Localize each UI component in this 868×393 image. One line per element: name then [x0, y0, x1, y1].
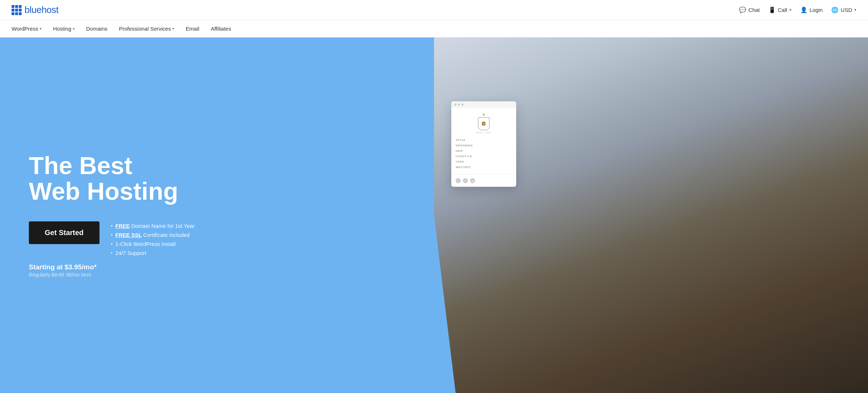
nav-item-affiliates[interactable]: Affiliates: [211, 21, 231, 36]
nav-label-wordpress: WordPress: [12, 26, 38, 32]
pricing-term: 36/mo term: [64, 272, 91, 278]
get-started-button[interactable]: Get Started: [29, 221, 99, 244]
login-label: Login: [810, 7, 823, 13]
nav-item-professional-services[interactable]: Professional Services ▾: [119, 21, 174, 36]
mockup-social-facebook: f: [456, 178, 461, 183]
pricing-info: Starting at $3.95/mo* Regularly $8.99 36…: [29, 263, 405, 278]
nav-item-email[interactable]: Email: [186, 21, 199, 36]
estd-label: ESTD: [477, 132, 483, 134]
bullet-icon: •: [111, 233, 112, 238]
mockup-nav-cars: CARS: [456, 160, 512, 164]
hero-section: The Best Web Hosting Get Started • FREE …: [0, 37, 868, 393]
mockup-dot-3: [461, 103, 464, 106]
login-button[interactable]: 👤 Login: [800, 6, 823, 13]
pricing-regular: Regularly $8.99 36/mo term: [29, 272, 405, 278]
nav-label-email: Email: [186, 26, 199, 32]
logo-grid-icon: [12, 5, 22, 15]
nav-item-domains[interactable]: Domains: [86, 21, 107, 36]
mockup-nav-watches: WATCHES: [456, 165, 512, 169]
free-domain-link[interactable]: FREE: [115, 223, 130, 229]
chat-icon: 💬: [739, 6, 746, 13]
features-list: • FREE Domain Name for 1st Year • FREE S…: [111, 221, 195, 256]
logo-text: bluehost: [25, 4, 58, 16]
mockup-logo: ♛ 🦁 ESTD 2590: [456, 113, 512, 134]
hero-scene-layer: [434, 37, 868, 393]
crown-icon: ♛: [482, 113, 485, 116]
feature-domain-text: FREE Domain Name for 1st Year: [115, 223, 195, 229]
hosting-chevron-icon: ▾: [73, 27, 75, 31]
feature-support: • 24/7 Support: [111, 250, 195, 256]
bullet-icon: •: [111, 242, 112, 247]
hero-headline-line2: Web Hosting: [29, 177, 178, 205]
call-chevron-icon: ▾: [789, 8, 792, 12]
nav-item-hosting[interactable]: Hosting ▾: [53, 21, 75, 36]
chat-label: Chat: [748, 7, 760, 13]
mockup-nav-style: STYLE: [456, 138, 512, 142]
wordpress-chevron-icon: ▾: [40, 27, 41, 31]
feature-wordpress-text: 1-Click WordPress Install: [115, 241, 176, 247]
mockup-card: ♛ 🦁 ESTD 2590 STYLE GROOMING HAIR LI: [451, 101, 516, 187]
currency-chevron-icon: ▾: [854, 8, 856, 12]
mockup-nav-grooming: GROOMING: [456, 143, 512, 147]
top-bar: bluehost 💬 Chat 📱 Call ▾ 👤 Login 🌐 USD ▾: [0, 0, 868, 20]
pricing-strikethrough: $8.99: [52, 272, 64, 278]
phone-icon: 📱: [769, 6, 776, 13]
top-actions: 💬 Chat 📱 Call ▾ 👤 Login 🌐 USD ▾: [739, 6, 856, 13]
mockup-tagline: ESTD 2590: [477, 132, 491, 134]
feature-domain: • FREE Domain Name for 1st Year: [111, 223, 195, 229]
mockup-dot-2: [458, 103, 460, 106]
hero-headline-line1: The Best: [29, 152, 132, 179]
call-label: Call: [778, 7, 787, 13]
feature-wordpress: • 1-Click WordPress Install: [111, 241, 195, 247]
mockup-footer: f t ◎: [451, 174, 516, 187]
hero-left-panel: The Best Web Hosting Get Started • FREE …: [0, 37, 434, 393]
nav-bar: WordPress ▾ Hosting ▾ Domains Profession…: [0, 20, 868, 37]
nav-label-affiliates: Affiliates: [211, 26, 231, 32]
professional-services-chevron-icon: ▾: [172, 27, 174, 31]
call-button[interactable]: 📱 Call ▾: [769, 6, 792, 13]
nav-label-hosting: Hosting: [53, 26, 71, 32]
mockup-dot-1: [454, 103, 456, 106]
chat-button[interactable]: 💬 Chat: [739, 6, 760, 13]
pricing-main: Starting at $3.95/mo*: [29, 263, 405, 271]
free-ssl-link[interactable]: FREE SSL: [115, 232, 142, 238]
mockup-nav-hair: HAIR: [456, 149, 512, 153]
year-label: 2590: [486, 132, 491, 134]
bullet-icon: •: [111, 251, 112, 256]
user-icon: 👤: [800, 6, 807, 13]
feature-ssl-text: FREE SSL Certificate Included: [115, 232, 190, 238]
pricing-regular-prefix: Regularly: [29, 272, 52, 278]
currency-label: USD: [841, 7, 852, 13]
mockup-body: ♛ 🦁 ESTD 2590 STYLE GROOMING HAIR LI: [451, 108, 516, 174]
feature-ssl: • FREE SSL Certificate Included: [111, 232, 195, 238]
hero-headline: The Best Web Hosting: [29, 153, 405, 204]
mockup-nav-lifestyle: LIFESTYLE: [456, 154, 512, 158]
nav-label-professional-services: Professional Services: [119, 26, 171, 32]
shield-icon: 🦁: [478, 117, 490, 130]
hero-right-panel: ♛ 🦁 ESTD 2590 STYLE GROOMING HAIR LI: [434, 37, 868, 393]
currency-button[interactable]: 🌐 USD ▾: [831, 6, 856, 13]
globe-icon: 🌐: [831, 6, 838, 13]
mockup-brand-icon: ♛ 🦁 ESTD 2590: [477, 113, 491, 134]
hero-cta-row: Get Started • FREE Domain Name for 1st Y…: [29, 221, 405, 256]
mockup-nav-items: STYLE GROOMING HAIR LIFESTYLE CARS WATCH…: [456, 138, 512, 169]
nav-label-domains: Domains: [86, 26, 107, 32]
mockup-titlebar: [451, 101, 516, 108]
mockup-social-twitter: t: [463, 178, 468, 183]
logo-area[interactable]: bluehost: [12, 4, 58, 16]
nav-item-wordpress[interactable]: WordPress ▾: [12, 21, 41, 36]
bullet-icon: •: [111, 224, 112, 229]
mockup-social-instagram: ◎: [470, 178, 475, 183]
lion-icon: 🦁: [481, 122, 486, 126]
feature-support-text: 24/7 Support: [115, 250, 146, 256]
